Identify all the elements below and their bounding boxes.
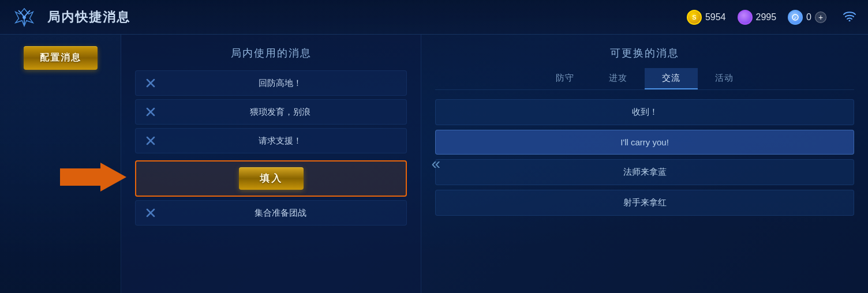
svg-marker-4: [60, 163, 126, 191]
transfer-area: «: [431, 155, 437, 173]
ticket-currency: ✓ 0 +: [788, 10, 826, 25]
center-panel-title: 局内使用的消息: [135, 46, 407, 60]
option-4[interactable]: 射手来拿红: [435, 190, 854, 216]
message-row: 回防高地！: [135, 70, 407, 96]
arrow-indicator: [60, 160, 129, 194]
currency-bar: S 5954 2995 ✓ 0 +: [687, 10, 856, 25]
wifi-icon: [843, 10, 856, 24]
message-3-text: 请求支援！: [163, 136, 397, 146]
gold-icon: S: [687, 10, 702, 25]
svg-text:✓: ✓: [794, 16, 797, 20]
ticket-value: 0: [806, 12, 811, 22]
tab-defense[interactable]: 防守: [538, 68, 592, 89]
gem-currency: 2995: [738, 10, 777, 25]
delete-message-1-button[interactable]: [145, 77, 156, 89]
configure-messages-button[interactable]: 配置消息: [24, 46, 98, 70]
option-3[interactable]: 法师来拿蓝: [435, 159, 854, 185]
header-bar: 局内快捷消息 S 5954 2995 ✓ 0 +: [0, 0, 868, 35]
delete-message-3-button[interactable]: [145, 135, 156, 146]
transfer-button[interactable]: «: [431, 155, 437, 173]
svg-point-0: [23, 16, 26, 19]
tab-attack[interactable]: 进攻: [592, 68, 645, 89]
logo: [12, 5, 37, 30]
message-category-tabs: 防守 进攻 交流 活动: [435, 68, 854, 90]
page-title: 局内快捷消息: [47, 9, 687, 26]
message-row: 猥琐发育，别浪: [135, 99, 407, 125]
right-panel-title: 可更换的消息: [435, 46, 854, 60]
option-1[interactable]: 收到！: [435, 99, 854, 125]
message-1-text: 回防高地！: [163, 78, 397, 89]
tab-activity[interactable]: 活动: [698, 68, 751, 89]
message-row: 集合准备团战: [135, 200, 407, 226]
fill-button-row: 填入: [135, 160, 407, 197]
fill-in-button[interactable]: 填入: [239, 167, 304, 190]
main-content: 配置消息 局内使用的消息 回防高地！ 猥琐发: [0, 35, 868, 293]
gold-currency: S 5954: [687, 10, 726, 25]
gem-value: 2995: [756, 12, 777, 22]
add-ticket-button[interactable]: +: [815, 12, 826, 23]
delete-message-2-button[interactable]: [145, 106, 156, 118]
option-2[interactable]: I'll carry you!: [435, 130, 854, 155]
message-2-text: 猥琐发育，别浪: [163, 107, 397, 118]
gem-icon: [738, 10, 753, 25]
active-message-list: 回防高地！ 猥琐发育，别浪 请求支援！: [135, 70, 407, 226]
delete-message-5-button[interactable]: [145, 207, 156, 219]
message-5-text: 集合准备团战: [163, 208, 397, 219]
gold-value: 5954: [705, 12, 726, 22]
svg-point-3: [849, 20, 851, 22]
ticket-icon: ✓: [788, 10, 803, 25]
message-options-list: 收到！ I'll carry you! 法师来拿蓝 射手来拿红: [435, 99, 854, 216]
center-panel: 局内使用的消息 回防高地！ 猥琐发育，别浪: [121, 35, 421, 293]
tab-exchange[interactable]: 交流: [645, 68, 698, 89]
message-row: 请求支援！: [135, 128, 407, 153]
right-panel: 可更换的消息 防守 进攻 交流 活动 收到！ I'll carry you! 法…: [421, 35, 868, 293]
fill-row-wrapper: 填入: [135, 157, 407, 197]
